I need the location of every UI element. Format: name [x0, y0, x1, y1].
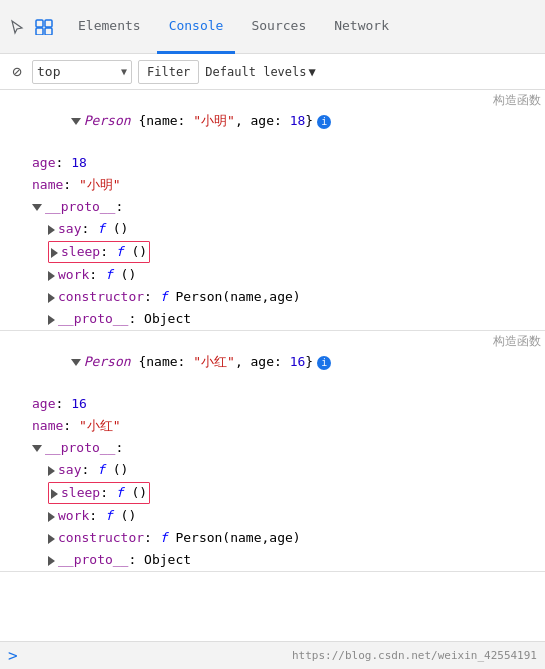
clear-console-icon[interactable]: ⊘: [8, 63, 26, 81]
proto-expand-icon-2[interactable]: [32, 445, 42, 452]
log-section-2: Person {name: "小红", age: 16}i 构造函数 age: …: [0, 331, 545, 572]
expand-icon-1[interactable]: [71, 118, 81, 125]
svg-rect-0: [36, 20, 43, 27]
log-levels-dropdown[interactable]: Default levels ▼: [205, 65, 315, 79]
prop-proto-2[interactable]: __proto__:: [0, 437, 545, 459]
prop-age-2: age: 16: [0, 393, 545, 415]
cursor-icon[interactable]: [8, 18, 26, 36]
prop-proto-object-2[interactable]: __proto__: Object: [0, 549, 545, 571]
proto-object-expand-icon-1[interactable]: [48, 315, 55, 325]
console-output: Person {name: "小明", age: 18}i 构造函数 age: …: [0, 90, 545, 641]
say-expand-icon-2[interactable]: [48, 466, 55, 476]
tab-bar: Elements Console Sources Network: [0, 0, 545, 54]
tab-elements[interactable]: Elements: [66, 0, 153, 54]
element-picker-icon[interactable]: [34, 18, 54, 36]
work-expand-icon-2[interactable]: [48, 512, 55, 522]
prop-say-1[interactable]: say: f (): [0, 218, 545, 240]
svg-rect-2: [36, 28, 43, 35]
prop-constructor-2[interactable]: constructor: f Person(name,age): [0, 527, 545, 549]
console-prompt-icon[interactable]: >: [8, 646, 18, 665]
constructor-expand-icon-1[interactable]: [48, 293, 55, 303]
dropdown-arrow-icon: ▼: [121, 66, 127, 77]
annotation-2: 构造函数: [493, 333, 545, 350]
say-expand-icon-1[interactable]: [48, 225, 55, 235]
info-icon-2[interactable]: i: [317, 356, 331, 370]
prop-sleep-2[interactable]: sleep: f (): [0, 481, 545, 505]
constructor-expand-icon-2[interactable]: [48, 534, 55, 544]
context-selector[interactable]: top ▼: [32, 60, 132, 84]
proto-object-expand-icon-2[interactable]: [48, 556, 55, 566]
prop-name-1: name: "小明": [0, 174, 545, 196]
prop-work-1[interactable]: work: f (): [0, 264, 545, 286]
tab-sources[interactable]: Sources: [239, 0, 318, 54]
tab-network[interactable]: Network: [322, 0, 401, 54]
bottom-bar: > https://blog.csdn.net/weixin_42554191: [0, 641, 545, 669]
expand-icon-2[interactable]: [71, 359, 81, 366]
svg-rect-1: [45, 20, 52, 27]
proto-expand-icon-1[interactable]: [32, 204, 42, 211]
page-url: https://blog.csdn.net/weixin_42554191: [292, 649, 537, 662]
work-expand-icon-1[interactable]: [48, 271, 55, 281]
filter-button[interactable]: Filter: [138, 60, 199, 84]
sleep-expand-icon-2[interactable]: [51, 489, 58, 499]
prop-sleep-1[interactable]: sleep: f (): [0, 240, 545, 264]
log-header-1[interactable]: Person {name: "小明", age: 18}i 构造函数: [0, 90, 545, 152]
log-header-2[interactable]: Person {name: "小红", age: 16}i 构造函数: [0, 331, 545, 393]
prop-say-2[interactable]: say: f (): [0, 459, 545, 481]
prop-name-2: name: "小红": [0, 415, 545, 437]
console-toolbar: ⊘ top ▼ Filter Default levels ▼: [0, 54, 545, 90]
devtools-icons: [8, 18, 54, 36]
prop-constructor-1[interactable]: constructor: f Person(name,age): [0, 286, 545, 308]
svg-rect-3: [45, 28, 52, 35]
levels-dropdown-arrow: ▼: [309, 65, 316, 79]
prop-age-1: age: 18: [0, 152, 545, 174]
tab-console[interactable]: Console: [157, 0, 236, 54]
prop-proto-1[interactable]: __proto__:: [0, 196, 545, 218]
info-icon-1[interactable]: i: [317, 115, 331, 129]
annotation-1: 构造函数: [493, 92, 545, 109]
prop-proto-object-1[interactable]: __proto__: Object: [0, 308, 545, 330]
sleep-expand-icon-1[interactable]: [51, 248, 58, 258]
prop-work-2[interactable]: work: f (): [0, 505, 545, 527]
log-section-1: Person {name: "小明", age: 18}i 构造函数 age: …: [0, 90, 545, 331]
